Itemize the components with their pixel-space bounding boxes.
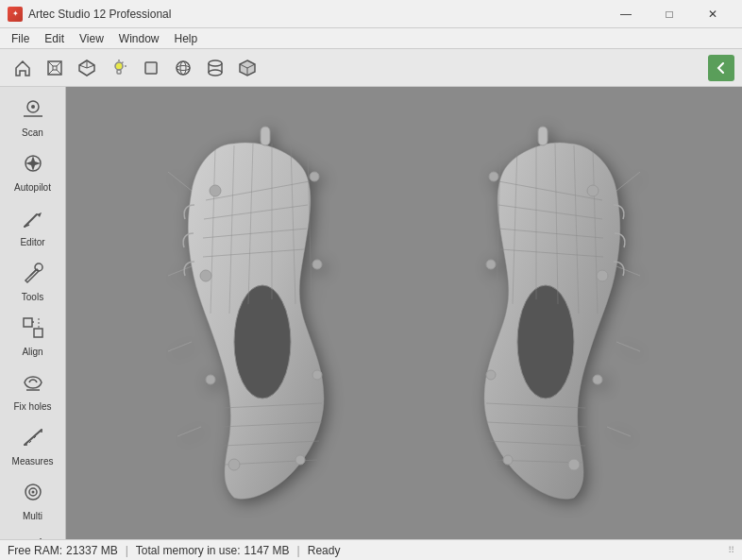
model-left (159, 125, 376, 502)
svg-point-96 (597, 270, 608, 281)
sphere-icon (174, 59, 193, 77)
svg-point-100 (568, 459, 580, 470)
measures-icon (20, 424, 46, 454)
wireframe-icon (45, 59, 64, 77)
svg-point-18 (177, 65, 190, 70)
back-button[interactable] (708, 55, 734, 81)
svg-rect-11 (117, 70, 121, 74)
svg-rect-93 (538, 127, 548, 145)
svg-point-26 (31, 105, 35, 109)
sidebar-item-tools[interactable]: Tools (3, 255, 63, 308)
menu-help[interactable]: Help (167, 30, 206, 47)
light-icon (110, 59, 128, 77)
svg-point-66 (210, 185, 221, 196)
tools-icon (20, 260, 46, 290)
svg-line-29 (25, 214, 37, 227)
menu-file[interactable]: File (4, 30, 37, 47)
box-toolbar-btn[interactable] (136, 53, 166, 83)
svg-point-72 (228, 459, 240, 470)
svg-line-102 (616, 172, 640, 191)
svg-line-8 (79, 65, 87, 68)
arrow-left-icon (714, 60, 729, 76)
resize-handle: ⠿ (728, 545, 734, 555)
autopilot-icon (20, 150, 46, 180)
svg-line-105 (607, 427, 631, 436)
minimize-button[interactable]: — (604, 0, 648, 28)
svg-point-70 (206, 375, 215, 384)
svg-line-77 (177, 427, 201, 436)
texture-icon (20, 534, 46, 539)
svg-rect-5 (53, 66, 57, 70)
svg-point-67 (310, 172, 319, 181)
svg-point-99 (486, 370, 496, 380)
sidebar-tools-label: Tools (22, 292, 43, 303)
sidebar-measures-label: Measures (12, 456, 54, 467)
svg-line-75 (168, 266, 192, 276)
svg-line-76 (168, 342, 192, 351)
svg-point-17 (180, 61, 186, 75)
sidebar-item-align[interactable]: Align (3, 310, 63, 363)
svg-point-97 (486, 260, 496, 269)
svg-line-9 (87, 65, 94, 68)
sidebar-align-label: Align (22, 347, 42, 358)
home-toolbar-btn[interactable] (8, 53, 38, 83)
model-right (432, 125, 649, 502)
sidebar-item-texture[interactable]: Texture (3, 529, 63, 539)
sidebar-item-measures[interactable]: Measures (3, 419, 63, 472)
main-layout: Scan Autopilot Editor (0, 87, 742, 539)
multi-icon (20, 479, 46, 509)
svg-line-13 (122, 61, 124, 63)
menu-window[interactable]: Window (111, 30, 167, 47)
svg-point-68 (200, 270, 211, 281)
window-controls: — □ ✕ (604, 0, 734, 28)
sidebar-scan-label: Scan (22, 127, 43, 139)
light-toolbar-btn[interactable] (104, 53, 134, 83)
sidebar-item-scan[interactable]: Scan (3, 91, 63, 144)
menu-edit[interactable]: Edit (37, 30, 72, 47)
sphere-toolbar-btn[interactable] (168, 53, 198, 83)
svg-rect-15 (145, 62, 157, 74)
status-separator-2: | (297, 544, 300, 557)
svg-point-98 (593, 375, 602, 384)
svg-line-104 (616, 342, 640, 351)
box-icon (142, 59, 160, 77)
status-bar: Free RAM: 21337 MB | Total memory in use… (0, 539, 742, 560)
svg-point-46 (31, 491, 34, 494)
svg-point-32 (35, 263, 42, 271)
svg-point-101 (503, 455, 513, 465)
svg-point-50 (234, 285, 291, 399)
close-button[interactable]: ✕ (691, 0, 734, 28)
svg-point-10 (115, 62, 123, 70)
app-icon (8, 7, 23, 22)
sidebar-autopilot-label: Autopilot (14, 182, 51, 194)
svg-rect-35 (34, 329, 42, 337)
sidebar-item-fix-holes[interactable]: Fix holes (3, 365, 63, 417)
sidebar-item-multi[interactable]: Multi (3, 474, 63, 527)
svg-line-39 (25, 430, 42, 445)
isometric-icon (77, 59, 96, 77)
sidebar-item-autopilot[interactable]: Autopilot (3, 145, 63, 198)
svg-point-73 (295, 455, 305, 465)
svg-point-69 (312, 260, 322, 269)
svg-rect-65 (261, 127, 270, 145)
menu-view[interactable]: View (72, 30, 111, 47)
sidebar-editor-label: Editor (20, 237, 44, 248)
wireframe-toolbar-btn[interactable] (40, 53, 70, 83)
status-separator-1: | (126, 544, 128, 557)
toolbar (0, 49, 742, 87)
viewport[interactable] (66, 87, 742, 539)
cylinder-toolbar-btn[interactable] (200, 53, 230, 83)
cube-toolbar-btn[interactable] (232, 53, 262, 83)
model-container (66, 87, 742, 539)
svg-marker-30 (37, 212, 42, 217)
sidebar: Scan Autopilot Editor (0, 87, 66, 539)
editor-icon (20, 205, 46, 235)
isometric-toolbar-btn[interactable] (72, 53, 102, 83)
home-icon (13, 59, 32, 77)
title-bar: Artec Studio 12 Professional — □ ✕ (0, 0, 742, 28)
svg-point-95 (489, 172, 498, 181)
sidebar-fix-holes-label: Fix holes (13, 401, 51, 413)
sidebar-item-editor[interactable]: Editor (3, 200, 63, 253)
maximize-button[interactable]: □ (648, 0, 691, 28)
status-text: Ready (308, 544, 341, 557)
